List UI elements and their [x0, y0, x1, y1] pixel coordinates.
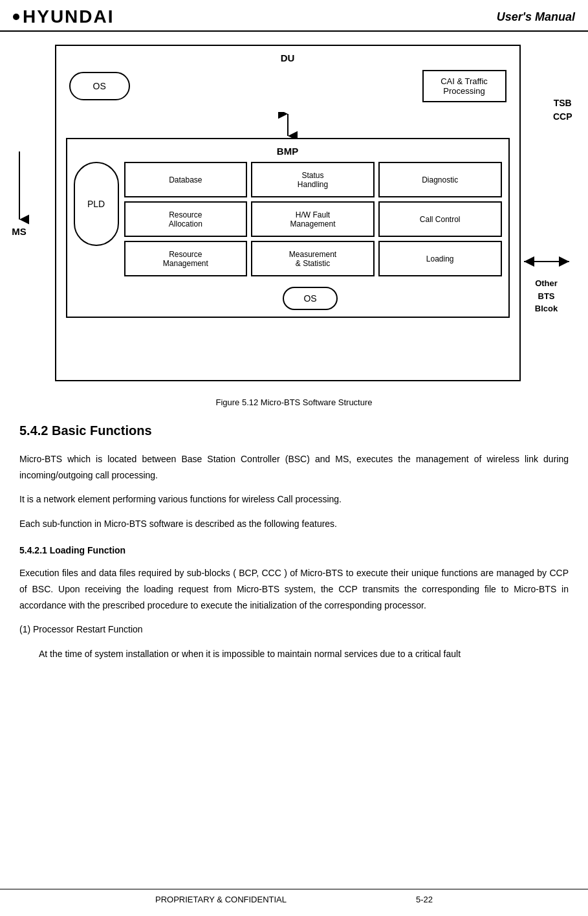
ms-arrow-group: MS: [10, 148, 29, 237]
pld-oval: PLD: [74, 162, 119, 246]
figure-caption: Figure 5.12 Micro-BTS Software Structure: [0, 397, 588, 407]
diagram-section: MS TSB CCP Ot: [0, 32, 588, 388]
sub-paragraph-2: (1) Processor Restart Function: [19, 621, 569, 638]
cell-status-handling: Status Handling: [251, 162, 375, 197]
section-heading: 5.4.2 Basic Functions: [19, 423, 569, 438]
os-top-oval: OS: [69, 72, 130, 100]
other-bts-group: Other BTS Blcok: [521, 252, 572, 315]
cell-database: Database: [124, 162, 248, 197]
sub-heading: 5.4.2.1 Loading Function: [19, 545, 569, 555]
cell-measurement-statistic: Measurement & Statistic: [251, 241, 375, 276]
paragraph-2: It is a network element performing vario…: [19, 491, 569, 508]
footer-left: PROPRIETARY & CONFIDENTIAL: [155, 895, 287, 904]
page-header: HYUNDAI User's Manual: [0, 0, 588, 32]
tsb-ccp-label: TSB CCP: [553, 96, 572, 124]
du-top-row: OS CAI & Traffic Processing: [63, 67, 513, 106]
bmp-label: BMP: [74, 146, 502, 157]
bmp-grid: Database Status Handling Diagnostic Reso…: [124, 162, 502, 276]
du-label: DU: [63, 52, 513, 63]
ms-label: MS: [12, 226, 27, 237]
ms-arrow-svg: [10, 148, 29, 226]
bmp-inner: PLD Database Status Handling Diagnostic: [74, 162, 502, 276]
footer-right: 5-22: [416, 895, 433, 904]
page-title: User's Manual: [497, 10, 575, 24]
vertical-arrow: [63, 112, 513, 138]
text-section: 5.4.2 Basic Functions Micro-BTS which is…: [0, 423, 588, 662]
cai-box: CAI & Traffic Processing: [422, 70, 506, 102]
cell-diagnostic: Diagnostic: [378, 162, 502, 197]
logo-dot: [13, 14, 19, 20]
diagram-container: MS TSB CCP Ot: [16, 45, 572, 381]
bmp-box: BMP PLD Database Status Handling Diagno: [66, 138, 510, 318]
paragraph-1: Micro-BTS which is located between Base …: [19, 451, 569, 484]
logo: HYUNDAI: [13, 6, 114, 27]
cell-hw-fault: H/W Fault Management: [251, 201, 375, 237]
os-bottom-oval: OS: [283, 287, 337, 310]
cell-resource-allocation: Resource Allocation: [124, 201, 248, 237]
cell-call-control: Call Control: [378, 201, 502, 237]
paragraph-3: Each sub-function in Micro-BTS software …: [19, 516, 569, 532]
page-footer: PROPRIETARY & CONFIDENTIAL 5-22: [0, 889, 588, 910]
logo-text: HYUNDAI: [23, 6, 114, 27]
cell-loading: Loading: [378, 241, 502, 276]
cell-resource-management: Resource Management: [124, 241, 248, 276]
du-box: DU OS CAI & Traffic Processing: [55, 45, 521, 381]
sub-paragraph-1: Execution files and data files required …: [19, 565, 569, 614]
right-double-arrow: [521, 252, 572, 271]
os-bottom-container: OS: [74, 282, 502, 310]
sub-paragraph-3: At the time of system installation or wh…: [19, 646, 569, 662]
